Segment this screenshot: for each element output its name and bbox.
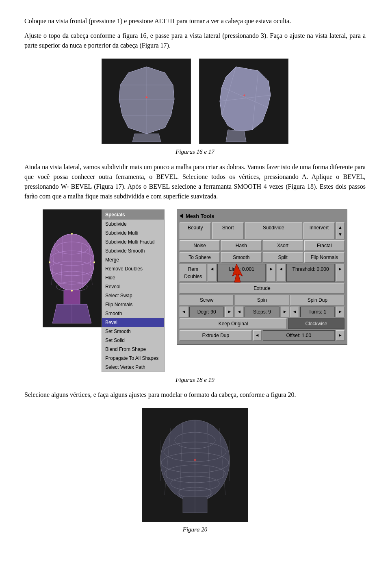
figure-18-head-svg [43, 209, 102, 327]
rem-doubles-button[interactable]: Rem Doubles [180, 264, 206, 282]
figure-17-image [199, 59, 288, 144]
turns-field: Turns: 1 [300, 307, 335, 317]
innervert-button[interactable]: Innervert [303, 222, 335, 239]
svg-point-32 [49, 261, 50, 263]
degr-field: Degr: 90 [189, 307, 224, 317]
figure-17-svg [199, 59, 288, 144]
steps-right-arrow[interactable]: ► [281, 307, 289, 317]
figures-16-17-container [24, 59, 366, 144]
specials-menu-panel: Specials Subdivide Subdivide Multi Subdi… [102, 209, 165, 372]
specials-remove-doubles[interactable]: Remove Doubles [102, 264, 164, 273]
xsort-button[interactable]: Xsort [263, 240, 303, 251]
specials-subdivide-smooth[interactable]: Subdivide Smooth [102, 246, 164, 255]
spin-button[interactable]: Spin [235, 295, 289, 305]
to-sphere-button[interactable]: To Sphere [180, 252, 220, 263]
row-4-wrapper: Rem Doubles ◄ Limit: 0.001 ► ◄ Threshold… [180, 264, 344, 282]
limit-left-arrow[interactable]: ◄ [208, 264, 216, 282]
fractal-button[interactable]: Fractal [304, 240, 344, 251]
clockwise-button[interactable]: Clockwise [288, 318, 344, 329]
threshold-field: Threshold: 0.000 [286, 264, 335, 282]
specials-smooth[interactable]: Smooth [102, 309, 164, 318]
offset-field: Offset: 1.00 [263, 330, 335, 341]
figure-18-head-image [43, 209, 102, 327]
specials-merge[interactable]: Merge [102, 255, 164, 264]
mesh-tools-panel: Mesh Tools Beauty Short Subdivide Innerv… [177, 209, 347, 345]
turns-left-arrow[interactable]: ◄ [290, 307, 299, 317]
keep-original-button[interactable]: Keep Original [180, 318, 287, 329]
offset-right-arrow[interactable]: ► [336, 330, 344, 341]
mesh-tools-row-6: Screw Spin Spin Dup [180, 295, 344, 305]
specials-subdivide-multi-fractal[interactable]: Subdivide Multi Fractal [102, 237, 164, 246]
threshold-left-arrow[interactable]: ◄ [277, 264, 285, 282]
svg-point-33 [93, 261, 95, 263]
extrude-dup-button[interactable]: Extrude Dup [180, 330, 252, 341]
figure-20-image [142, 408, 248, 522]
mesh-tools-row-3: To Sphere Smooth Split Flip Normals [180, 252, 344, 263]
specials-select-swap[interactable]: Select Swap [102, 291, 164, 300]
figure-18-content: Specials Subdivide Subdivide Multi Subdi… [43, 209, 165, 372]
svg-rect-30 [64, 290, 80, 304]
figure-16-svg [102, 59, 191, 144]
caption-figure-20: Figura 20 [24, 525, 366, 534]
paragraph-1: Coloque na vista frontal (pressione 1) e… [24, 16, 366, 26]
mesh-tools-row-2: Noise Hash Xsort Fractal [180, 240, 344, 251]
steps-left-arrow[interactable]: ◄ [235, 307, 243, 317]
mesh-tools-row-9: Extrude Dup ◄ Offset: 1.00 ► [180, 330, 344, 341]
svg-point-34 [71, 290, 73, 292]
svg-marker-6 [132, 134, 161, 142]
specials-subdivide[interactable]: Subdivide [102, 220, 164, 229]
extrude-button[interactable]: Extrude [180, 283, 344, 294]
subdivide-button[interactable]: Subdivide [245, 222, 302, 239]
flip-normals-button[interactable]: Flip Normals [304, 252, 344, 263]
figure-20-container [24, 408, 366, 522]
mesh-tools-row-1: Beauty Short Subdivide Innervert ▲▼ [180, 222, 344, 239]
figure-20-svg [142, 408, 248, 522]
specials-flip-normals[interactable]: Flip Normals [102, 300, 164, 309]
screw-button[interactable]: Screw [180, 295, 234, 305]
svg-marker-15 [226, 130, 246, 142]
specials-subdivide-multi[interactable]: Subdivide Multi [102, 229, 164, 237]
mesh-tools-title: Mesh Tools [186, 212, 214, 220]
specials-blend-from-shape[interactable]: Blend From Shape [102, 345, 164, 354]
specials-bevel[interactable]: Bevel [102, 318, 164, 327]
hash-button[interactable]: Hash [221, 240, 261, 251]
limit-field: Limit: 0.001 [217, 264, 266, 282]
mesh-tools-row-8: Keep Original Clockwise [180, 318, 344, 329]
smooth-button[interactable]: Smooth [221, 252, 261, 263]
short-button[interactable]: Short [212, 222, 243, 239]
beauty-button[interactable]: Beauty [180, 222, 211, 239]
caption-figures-16-17: Figuras 16 e 17 [24, 147, 366, 157]
limit-right-arrow[interactable]: ► [267, 264, 275, 282]
svg-point-31 [71, 233, 73, 235]
mesh-tools-header: Mesh Tools [180, 212, 344, 220]
mesh-tools-triangle-icon [180, 213, 183, 218]
figure-19-wrapper: Mesh Tools Beauty Short Subdivide Innerv… [177, 209, 347, 345]
paragraph-2: Ajuste o topo da cabeça conforme a figur… [24, 31, 366, 50]
paragraph-4: Selecione alguns vértices, e faça alguns… [24, 390, 366, 400]
specials-select-vertex-path[interactable]: Select Vertex Path [102, 363, 164, 372]
specials-reveal[interactable]: Reveal [102, 282, 164, 291]
specials-set-solid[interactable]: Set Solid [102, 336, 164, 345]
innervert-arrow[interactable]: ▲▼ [336, 222, 344, 239]
turns-right-arrow[interactable]: ► [336, 307, 344, 317]
threshold-right-arrow[interactable]: ► [336, 264, 344, 282]
spin-dup-button[interactable]: Spin Dup [290, 295, 344, 305]
split-button[interactable]: Split [263, 252, 303, 263]
specials-hide[interactable]: Hide [102, 273, 164, 282]
paragraph-3: Ainda na vista lateral, vamos subdividir… [24, 162, 366, 201]
steps-field: Steps: 9 [245, 307, 280, 317]
caption-figures-18-19: Figuras 18 e 19 [24, 375, 366, 385]
noise-button[interactable]: Noise [180, 240, 220, 251]
specials-propagate-to-all-shapes[interactable]: Propagate To All Shapes [102, 354, 164, 363]
offset-left-arrow[interactable]: ◄ [253, 330, 262, 341]
figures-18-19-container: Specials Subdivide Subdivide Multi Subdi… [24, 209, 366, 372]
figure-16-image [102, 59, 191, 144]
mesh-tools-row-4: Rem Doubles ◄ Limit: 0.001 ► ◄ Threshold… [180, 264, 344, 282]
degr-right-arrow[interactable]: ► [225, 307, 234, 317]
figure-18-wrapper: Specials Subdivide Subdivide Multi Subdi… [43, 209, 165, 372]
specials-set-smooth[interactable]: Set Smooth [102, 327, 164, 336]
mesh-tools-row-7: ◄ Degr: 90 ► ◄ Steps: 9 ► ◄ Turns: 1 ► [180, 307, 344, 317]
degr-left-arrow[interactable]: ◄ [180, 307, 188, 317]
specials-menu-header: Specials [102, 210, 164, 220]
